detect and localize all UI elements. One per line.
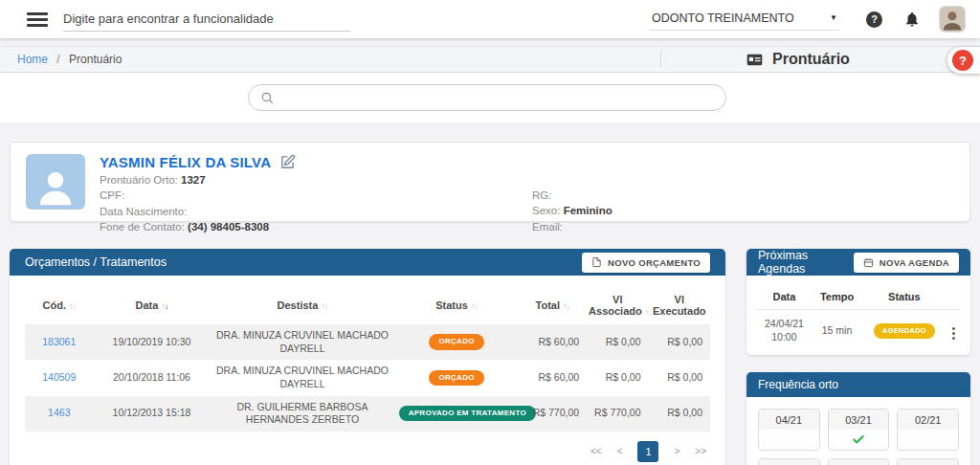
budgets-panel-header: Orçamentos / Tratamentos NOVO ORÇAMENTO — [10, 249, 725, 276]
patient-cpf-field: CPF: — [100, 188, 532, 203]
patient-search-row — [0, 73, 980, 122]
frequency-panel-header: Frequência orto — [746, 372, 970, 397]
patient-birth-field: Data Nascimento: — [100, 204, 532, 219]
agendas-table: Data Tempo Status 24/04/2110:00 15 min A… — [756, 284, 961, 355]
agenda-status-badge: AGENDADO — [874, 323, 935, 339]
pagination-next[interactable]: > — [674, 446, 679, 456]
col-header-date[interactable]: Data↑↓ — [94, 288, 211, 324]
agenda-col-date: Data — [756, 284, 813, 310]
record-card-icon — [745, 52, 765, 68]
agenda-col-status: Status — [861, 284, 947, 310]
month-card[interactable]: 11/20 — [897, 458, 959, 465]
budget-executed: R$ 0,00 — [649, 396, 710, 432]
budget-row: 140509 20/10/2018 11:06 DRA. MINUZA CRUV… — [25, 360, 710, 395]
agenda-col-actions — [947, 284, 961, 310]
page-title: Prontuário — [745, 47, 850, 72]
clinic-select-value: ODONTO TREINAMENTO — [652, 11, 794, 25]
col-header-code[interactable]: Cód.↑↓ — [25, 288, 94, 324]
clinic-select[interactable]: ODONTO TREINAMENTO ▼ — [650, 9, 839, 31]
pagination: << < 1 > >> — [29, 441, 706, 465]
menu-icon[interactable] — [27, 12, 48, 27]
budget-code-link[interactable]: 183061 — [42, 336, 76, 347]
col-header-status[interactable]: Status↑↓ — [395, 288, 519, 324]
caret-down-icon: ▼ — [830, 13, 837, 22]
page-title-text: Prontuário — [772, 51, 850, 68]
budget-dentist: DR. GUILHERME BARBOSA HERNANDES ZERBETO — [210, 396, 394, 432]
patient-record-field: Prontuário Orto: 1327 — [100, 172, 532, 188]
sort-icon: ↑↓ — [645, 307, 652, 317]
budget-code-link[interactable]: 1463 — [48, 407, 70, 418]
kebab-menu-icon[interactable] — [950, 325, 957, 342]
main-content: Orçamentos / Tratamentos NOVO ORÇAMENTO … — [10, 249, 970, 465]
budget-code-link[interactable]: 140509 — [42, 371, 76, 383]
check-icon — [850, 432, 867, 446]
month-card[interactable]: 02/21 — [897, 409, 959, 451]
budget-associated: R$ 0,00 — [587, 324, 648, 360]
patient-phone-field: Fone de Contato: (34) 98405-8308 — [100, 219, 532, 234]
sort-icon: ↑↓ — [321, 301, 327, 311]
sort-icon: ↑↓ — [471, 301, 478, 311]
frequency-grid: 04/21 03/21 02/21 01/21 — [746, 397, 970, 465]
month-card[interactable]: 12/20 — [828, 458, 890, 465]
budget-date: 10/12/2013 15:18 — [94, 396, 211, 432]
agendas-panel-title: Próximas Agendas — [758, 249, 854, 276]
agendas-panel-header: Próximas Agendas NOVA AGENDA — [746, 249, 970, 276]
person-silhouette-icon — [33, 166, 78, 210]
budgets-panel-title: Orçamentos / Tratamentos — [25, 255, 167, 269]
pagination-current-page[interactable]: 1 — [637, 441, 658, 462]
patient-fields-left: Prontuário Orto: 1327 CPF: Data Nascimen… — [100, 172, 532, 234]
month-card[interactable]: 04/21 — [758, 409, 820, 451]
new-budget-button[interactable]: NOVO ORÇAMENTO — [582, 253, 710, 273]
left-column: Orçamentos / Tratamentos NOVO ORÇAMENTO … — [10, 249, 725, 465]
agenda-date: 24/04/2110:00 — [756, 310, 813, 356]
agendas-panel: Próximas Agendas NOVA AGENDA Data Tempo … — [746, 249, 970, 355]
budget-executed: R$ 0,00 — [649, 360, 710, 395]
frequency-panel: Frequência orto 04/21 03/21 02/21 — [746, 372, 970, 465]
budget-total: R$ 60,00 — [519, 360, 588, 395]
col-header-associated[interactable]: Vl Associado↑↓ — [587, 288, 648, 324]
patient-avatar — [26, 154, 85, 210]
pagination-last[interactable]: >> — [695, 446, 706, 456]
patient-search — [248, 84, 726, 111]
col-header-executed[interactable]: Vl Executado — [649, 288, 710, 324]
right-column: Próximas Agendas NOVA AGENDA Data Tempo … — [746, 249, 970, 465]
budget-associated: R$ 770,00 — [587, 396, 648, 432]
patient-search-input[interactable] — [281, 91, 714, 104]
budget-dentist: DRA. MINUZA CRUVINEL MACHADO DAYRELL — [210, 360, 394, 395]
function-search-input[interactable] — [63, 8, 350, 32]
pagination-first[interactable]: << — [590, 446, 602, 456]
agenda-row: 24/04/2110:00 15 min AGENDADO — [756, 310, 961, 356]
breadcrumb-bar: Home / Prontuário Prontuário ? — [0, 46, 980, 73]
sort-icon: ↑↓ — [69, 301, 76, 311]
breadcrumb-home-link[interactable]: Home — [17, 53, 48, 66]
support-button[interactable]: ? — [947, 47, 980, 74]
budget-row: 1463 10/12/2013 15:18 DR. GUILHERME BARB… — [25, 396, 710, 432]
patient-sex-field: Sexo: Feminino — [532, 203, 612, 218]
col-header-dentist[interactable]: Destista↑↓ — [210, 288, 394, 324]
month-card[interactable]: 03/21 — [828, 409, 890, 451]
calendar-icon — [863, 257, 874, 268]
month-card[interactable]: 01/21 — [758, 458, 820, 465]
search-icon — [260, 91, 274, 104]
edit-patient-icon[interactable] — [279, 154, 296, 170]
breadcrumb-separator: / — [56, 53, 59, 66]
budget-associated: R$ 0,00 — [587, 360, 648, 395]
status-badge: ORÇADO — [429, 370, 483, 386]
question-mark-icon: ? — [952, 50, 973, 71]
pagination-prev[interactable]: < — [617, 446, 623, 456]
help-icon[interactable]: ? — [866, 11, 882, 28]
budget-executed: R$ 0,00 — [649, 324, 710, 360]
header-divider — [660, 51, 661, 68]
budgets-table: Cód.↑↓ Data↑↓ Destista↑↓ Status↑↓ Total↑… — [25, 288, 710, 432]
patient-name: YASMIN FÉLIX DA SILVA — [100, 154, 271, 170]
bell-icon[interactable] — [903, 11, 921, 28]
agenda-duration: 15 min — [813, 310, 861, 356]
status-badge: APROVADO EM TRATAMENTO — [399, 406, 536, 421]
document-icon — [591, 256, 602, 268]
prontuario-page: ODONTO TREINAMENTO ▼ ? Home / Prontuário… — [0, 0, 980, 465]
new-agenda-button[interactable]: NOVA AGENDA — [854, 253, 959, 273]
user-avatar[interactable] — [940, 7, 965, 32]
patient-rg-field: RG: — [532, 188, 612, 203]
function-search — [63, 8, 350, 32]
col-header-total[interactable]: Total↑↓ — [519, 288, 588, 324]
